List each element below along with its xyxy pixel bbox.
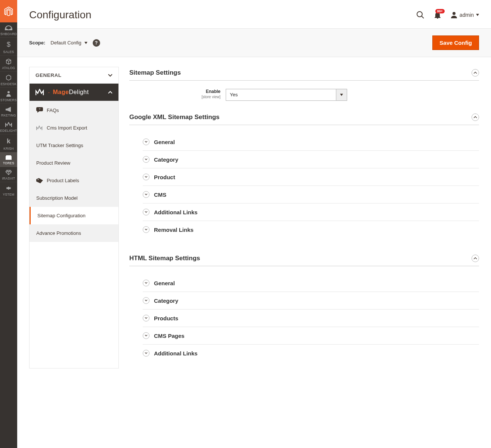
- chevron-down-icon: [143, 174, 149, 180]
- chevron-down-icon: [143, 332, 149, 339]
- search-icon[interactable]: [416, 11, 424, 19]
- sidebar-item-advance-promotions[interactable]: Advance Promotions: [30, 224, 118, 242]
- sidebar-item-cms-import-export[interactable]: Cms Import Export: [30, 119, 118, 137]
- notification-badge: 99+: [435, 9, 445, 13]
- dollar-icon: $: [0, 41, 17, 49]
- sidebar-item-utm-tracker[interactable]: UTM Tracker Settings: [30, 137, 118, 154]
- nav-dashboard[interactable]: SHBOARD: [0, 22, 17, 38]
- subsection-additional-links[interactable]: Additional Links: [143, 203, 479, 221]
- subsection-removal-links[interactable]: Removal Links: [143, 221, 479, 238]
- user-icon: [451, 12, 457, 18]
- enable-select[interactable]: Yes: [226, 89, 347, 101]
- chevron-down-icon: [143, 209, 149, 215]
- magedelight-icon: [36, 125, 43, 131]
- chevron-up-icon: [472, 69, 479, 77]
- chat-icon: ?: [36, 107, 43, 113]
- svg-rect-1: [6, 156, 12, 160]
- section-head-sitemap[interactable]: Sitemap Settings: [129, 67, 479, 81]
- svg-point-5: [38, 179, 38, 180]
- nav-customers[interactable]: STOMERS: [0, 88, 17, 104]
- sidebar-item-product-review[interactable]: Product Review: [30, 154, 118, 172]
- section-html-sitemap: HTML Sitemap Settings General Category P…: [129, 252, 479, 365]
- save-config-button[interactable]: Save Config: [432, 35, 479, 50]
- help-icon[interactable]: ?: [93, 39, 100, 47]
- subsection-category[interactable]: Category: [143, 151, 479, 168]
- nav-freshdesk[interactable]: ESHDESK: [0, 72, 17, 88]
- tab-general[interactable]: GENERAL: [30, 67, 118, 84]
- chevron-down-icon: [143, 139, 149, 145]
- magento-logo[interactable]: [0, 0, 17, 22]
- section-head-html-sitemap[interactable]: HTML Sitemap Settings: [129, 252, 479, 266]
- scope-bar: Scope: Default Config ? Save Config: [17, 28, 491, 57]
- sidebar-item-product-labels[interactable]: Product Labels: [30, 172, 118, 189]
- chevron-down-icon: [84, 42, 87, 44]
- chevron-down-icon: [143, 191, 149, 198]
- nav-stores[interactable]: TORES: [0, 152, 17, 167]
- chevron-down-icon: [108, 74, 112, 77]
- nav-sales[interactable]: $SALES: [0, 38, 17, 56]
- nav-marketing[interactable]: RKETING: [0, 104, 17, 119]
- sidebar-item-faqs[interactable]: ?FAQs: [30, 101, 118, 119]
- k-icon: k: [0, 137, 17, 145]
- chevron-down-icon: [143, 280, 149, 286]
- page-header: Configuration 99+ admin: [17, 0, 491, 28]
- subsection-product[interactable]: Product: [143, 168, 479, 186]
- config-nav: GENERAL ▲MageDelight ?FAQs Cms Import Ex…: [29, 67, 119, 368]
- hexagon-icon: [0, 75, 17, 81]
- tab-magedelight[interactable]: ▲MageDelight: [30, 84, 118, 101]
- sidebar-item-subscription-model[interactable]: Subscription Model: [30, 189, 118, 207]
- gear-icon: [0, 185, 17, 191]
- magedelight-icon: [35, 89, 45, 96]
- notifications-icon[interactable]: 99+: [434, 11, 441, 19]
- subsection-html-additional-links[interactable]: Additional Links: [143, 345, 479, 362]
- megaphone-icon: [0, 107, 17, 112]
- chevron-up-icon: [108, 91, 112, 94]
- sidebar-item-sitemap-configuration[interactable]: Sitemap Configuration: [30, 207, 118, 224]
- subsection-html-cms-pages[interactable]: CMS Pages: [143, 327, 479, 345]
- svg-text:?: ?: [39, 108, 40, 111]
- subsection-general[interactable]: General: [143, 133, 479, 151]
- diamond-icon: [0, 170, 17, 175]
- chevron-up-icon: [472, 255, 479, 262]
- user-menu[interactable]: admin: [451, 12, 479, 18]
- svg-point-0: [7, 91, 10, 93]
- section-google-xml: Google XML Sitemap Settings General Cate…: [129, 111, 479, 241]
- svg-point-3: [453, 12, 456, 15]
- chevron-down-icon: [143, 156, 149, 163]
- enable-label: Enable[store view]: [129, 89, 220, 99]
- section-head-google-xml[interactable]: Google XML Sitemap Settings: [129, 111, 479, 125]
- chevron-down-icon: [143, 315, 149, 321]
- chevron-down-icon: [476, 14, 479, 16]
- subsection-html-general[interactable]: General: [143, 274, 479, 292]
- select-dropdown-button[interactable]: [336, 89, 347, 101]
- nav-magedelight[interactable]: EDELIGHT: [0, 119, 17, 134]
- gauge-icon: [0, 25, 17, 31]
- nav-catalog[interactable]: ATALOG: [0, 56, 17, 72]
- section-sitemap-settings: Sitemap Settings Enable[store view] Yes: [129, 67, 479, 104]
- subsection-html-category[interactable]: Category: [143, 292, 479, 309]
- page-title: Configuration: [29, 9, 92, 21]
- magedelight-icon: [0, 122, 17, 127]
- chevron-down-icon: [143, 226, 149, 233]
- cube-icon: [0, 59, 17, 65]
- svg-point-2: [417, 12, 422, 17]
- nav-krish[interactable]: kKRISH: [0, 134, 17, 152]
- scope-label: Scope:: [29, 40, 45, 46]
- subsection-html-products[interactable]: Products: [143, 309, 479, 327]
- chevron-down-icon: [143, 350, 149, 357]
- person-icon: [0, 91, 17, 97]
- tag-icon: [36, 178, 43, 183]
- chevron-up-icon: [472, 113, 479, 121]
- nav-system[interactable]: YSTEM: [0, 182, 17, 198]
- admin-sidebar: SHBOARD $SALES ATALOG ESHDESK STOMERS RK…: [0, 0, 17, 378]
- store-icon: [0, 155, 17, 160]
- scope-select[interactable]: Default Config: [50, 40, 87, 46]
- subsection-cms[interactable]: CMS: [143, 186, 479, 203]
- chevron-down-icon: [143, 297, 149, 304]
- user-name: admin: [460, 12, 474, 18]
- nav-mirasvit[interactable]: IRASVIT: [0, 167, 17, 182]
